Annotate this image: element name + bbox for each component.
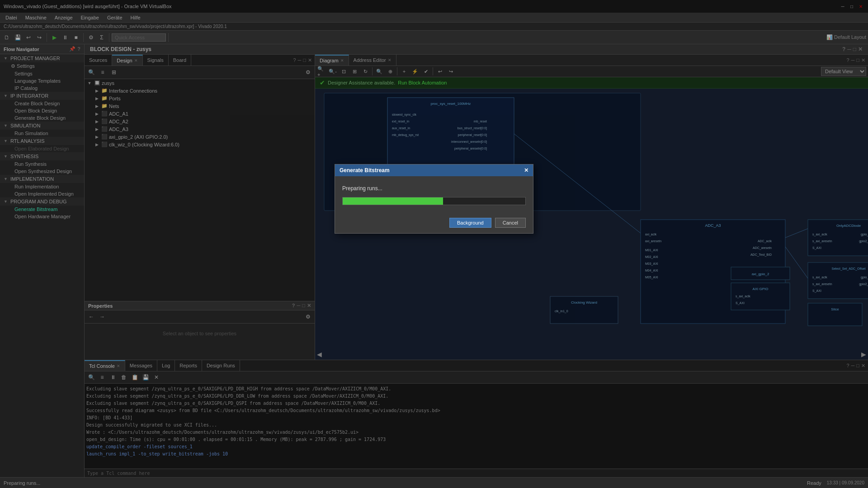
background-button[interactable]: Background [449, 218, 491, 228]
dialog-title-text: Generate Bitstream [340, 167, 390, 174]
progress-bar-container [342, 197, 526, 205]
dialog-status: Preparing runs... [342, 185, 526, 192]
dialog-buttons: Background Cancel [335, 214, 533, 233]
dialog-overlay: Generate Bitstream ✕ Preparing runs... B… [0, 0, 868, 488]
dialog-title-bar: Generate Bitstream ✕ [335, 164, 533, 176]
dialog-close-icon[interactable]: ✕ [524, 167, 528, 174]
cancel-button[interactable]: Cancel [495, 218, 526, 228]
generate-bitstream-dialog: Generate Bitstream ✕ Preparing runs... B… [335, 164, 533, 234]
progress-bar-fill [343, 197, 443, 205]
dialog-body: Preparing runs... [335, 176, 533, 214]
